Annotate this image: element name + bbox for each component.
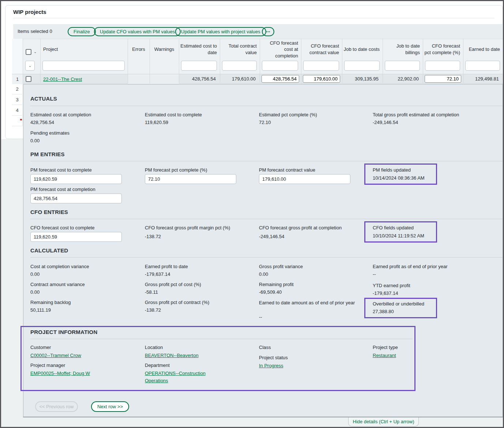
filter-cfo-cost-input[interactable] [262, 61, 298, 71]
col-separator [423, 39, 423, 84]
cfo-cost-to-complete-input[interactable] [30, 232, 122, 242]
col-errors-header: Errors [128, 39, 150, 60]
row-number-4: 4 [12, 105, 23, 116]
finalize-button[interactable]: Finalize [68, 27, 96, 36]
pending-estimates-value: 0.00 [30, 138, 40, 143]
col-separator [128, 39, 128, 84]
col-separator [301, 39, 301, 84]
est-pct-complete-value: 72.10 [259, 120, 271, 125]
est-cost-completion-value: 428,756.54 [30, 120, 54, 125]
pm-cost-to-complete-label: PM forecast cost to complete [30, 167, 92, 173]
row1-cfo-cost-input[interactable] [262, 75, 299, 83]
cfo-gp-margin-label: CFO forecast gross profit margin pct (%) [145, 225, 230, 230]
filter-project-input[interactable] [42, 61, 125, 71]
row1-cfo-contract-input[interactable] [303, 75, 340, 83]
est-pct-complete-label: Estimated pct complete (%) [259, 112, 317, 117]
cost-var-value: 0.00 [30, 271, 40, 277]
col-separator [40, 39, 41, 84]
more-actions-button[interactable]: ••• [262, 27, 274, 36]
row1-errors-cell [128, 74, 150, 84]
next-row-button[interactable]: Next row >> [91, 401, 129, 412]
total-gp-est-value: -249,146.54 [373, 120, 398, 125]
remaining-profit-value: -69,509.40 [259, 289, 282, 295]
cfo-entries-section-title: CFO ENTRIES [30, 209, 68, 215]
project-information-highlight [20, 326, 415, 391]
row1-estimated-cost: 428,756.54 [180, 74, 216, 84]
row1-project-link[interactable]: 22-001--The Crest [43, 76, 82, 82]
cfo-fields-updated-highlight [364, 221, 437, 243]
col-separator [463, 39, 463, 84]
select-all-checkbox[interactable] [26, 49, 31, 55]
row1-total-contract: 179,610.00 [221, 74, 256, 84]
ep-prior-year-value: -- [373, 271, 376, 277]
select-all-chevron-icon[interactable]: ⌄ [34, 50, 37, 54]
update-pm-values-button[interactable]: Update PM values with project values [175, 27, 266, 36]
col-separator [342, 39, 342, 84]
total-gp-est-label: Total gross profit estimated at completi… [373, 112, 459, 117]
cfo-cost-to-complete-label: CFO forecast cost to complete [30, 225, 95, 230]
pm-entries-section-title: PM ENTRIES [30, 151, 65, 157]
pm-cost-at-completion-input[interactable] [30, 194, 122, 203]
screen: WIP projects Items selected 0 Finalize U… [0, 0, 504, 428]
filter-jtd-billings-input[interactable] [385, 61, 420, 71]
row1-earned-to-date: 129,498.81 [464, 74, 499, 84]
contract-var-value: 0.00 [30, 289, 40, 295]
filter-cfo-pct-input[interactable] [425, 61, 460, 71]
etd-prior-year-value: -- [259, 314, 262, 320]
col-cfo-pct-header: CFO forecast pct complete (%) [424, 39, 460, 60]
row-error-tick [20, 119, 22, 120]
contract-var-label: Contract amount variance [30, 282, 85, 287]
col-estimated-cost-header: Estimated cost to date [180, 39, 217, 60]
col-total-contract-header: Total contract value [221, 39, 257, 60]
pending-estimates-label: Pending estimates [30, 130, 69, 136]
pm-contract-value-label: PM forecast contract value [259, 167, 315, 173]
row-filter-dropdown-button[interactable]: ⌄ [25, 61, 35, 71]
col-separator [383, 39, 383, 84]
remaining-profit-label: Remaining profit [259, 282, 294, 287]
col-jtd-billings-header: Job to date billings [384, 39, 420, 60]
filter-cfo-contract-input[interactable] [303, 61, 339, 71]
row-number-column-header [12, 39, 23, 74]
row1-cfo-pct-input[interactable] [425, 75, 461, 83]
col-separator [179, 39, 179, 84]
overbilled-highlight [364, 298, 437, 318]
gp-variance-label: Gross profit variance [259, 264, 303, 269]
filter-total-contract-input[interactable] [222, 61, 257, 71]
row1-checkbox[interactable] [26, 76, 31, 82]
row1-warnings-cell [150, 74, 179, 84]
section-divider [30, 106, 503, 106]
filter-estimated-cost-input[interactable] [181, 61, 217, 71]
pm-pct-complete-label: PM forecast pct complete (%) [145, 167, 207, 173]
row-number-3: 3 [12, 95, 23, 105]
pm-pct-complete-input[interactable] [145, 174, 236, 184]
filter-jtd-costs-input[interactable] [344, 61, 380, 71]
section-divider [30, 219, 503, 219]
est-cost-complete-value: 119,620.59 [145, 120, 168, 125]
remaining-backlog-value: 50,111.19 [30, 307, 51, 313]
row-number-2: 2 [12, 84, 23, 94]
col-separator [150, 39, 150, 84]
toolbar: Items selected 0 Finalize Update CFO val… [13, 24, 503, 39]
gp-variance-value: 0.00 [259, 271, 268, 277]
page-title: WIP projects [13, 9, 46, 15]
row1-number: 1 [12, 74, 23, 84]
col-separator [23, 39, 23, 84]
col-jtd-costs-header: Job to date costs [343, 39, 380, 60]
gp-pct-contract-label: Gross profit pct of contract (%) [145, 300, 209, 305]
pm-cost-to-complete-input[interactable] [30, 174, 122, 184]
col-warnings-header: Warnings [150, 39, 179, 60]
update-cfo-values-button[interactable]: Update CFO values with PM values [94, 27, 181, 36]
row-number-5-partial [12, 116, 23, 126]
filter-earned-input[interactable] [465, 61, 500, 71]
row1-jtd-costs: 309,135.95 [343, 74, 379, 84]
col-earned-to-date-header: Earned to date [464, 39, 500, 60]
cfo-gp-completion-label: CFO forecast gross profit at completion [259, 225, 342, 230]
pm-cost-at-completion-label: PM forecast cost at completion [30, 187, 95, 192]
hide-details-tab[interactable]: Hide details (Ctrl + Up arrow) [348, 417, 419, 427]
gp-pct-cost-value: -58.11 [145, 289, 158, 295]
cfo-gp-margin-value: -138.72 [145, 234, 161, 239]
cost-var-label: Cost at completion variance [30, 264, 89, 269]
pm-contract-value-input[interactable] [259, 174, 350, 184]
previous-row-button[interactable]: << Previous row [35, 401, 78, 412]
title-divider [13, 18, 494, 18]
